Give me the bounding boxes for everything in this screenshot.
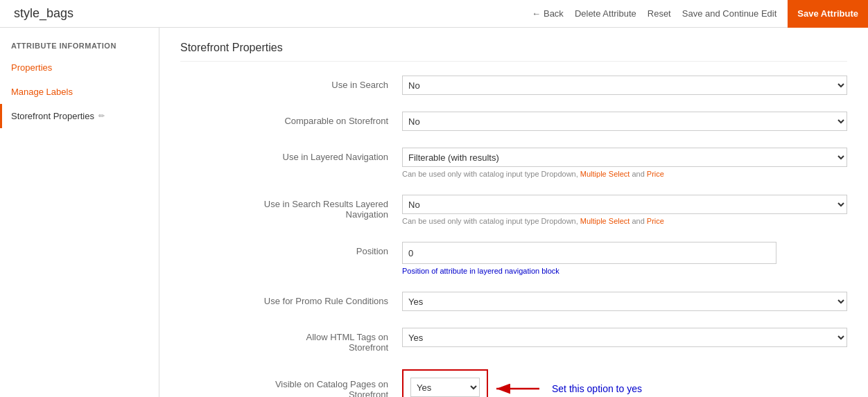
highlighted-select-container: No Yes bbox=[402, 369, 488, 397]
reset-button[interactable]: Reset bbox=[648, 8, 671, 19]
use-in-search-results-layered-navigation-select[interactable]: No Yes bbox=[402, 195, 847, 214]
main-layout: ATTRIBUTE INFORMATION Properties Manage … bbox=[0, 28, 868, 397]
save-continue-edit-button[interactable]: Save and Continue Edit bbox=[682, 8, 777, 19]
multiple-select-link[interactable]: Multiple Select bbox=[580, 170, 630, 178]
comparable-on-storefront-field: No Yes bbox=[402, 112, 847, 131]
use-in-search-label: Use in Search bbox=[180, 76, 402, 90]
visible-on-catalog-pages-label: Visible on Catalog Pages onStorefront bbox=[180, 375, 402, 397]
delete-attribute-button[interactable]: Delete Attribute bbox=[575, 8, 636, 19]
page-header: style_bags ← Back Delete Attribute Reset… bbox=[0, 0, 868, 28]
visible-on-catalog-pages-row: Visible on Catalog Pages onStorefront No… bbox=[180, 369, 847, 397]
use-in-search-results-layered-navigation-label: Use in Search Results LayeredNavigation bbox=[180, 195, 402, 220]
sidebar-item-label: Manage Labels bbox=[11, 87, 73, 97]
comparable-on-storefront-select[interactable]: No Yes bbox=[402, 112, 847, 131]
sidebar-item-storefront-properties[interactable]: Storefront Properties ✏ bbox=[0, 104, 159, 128]
comparable-on-storefront-label: Comparable on Storefront bbox=[180, 112, 402, 126]
sidebar-item-label: Properties bbox=[11, 62, 52, 73]
position-label: Position bbox=[180, 242, 402, 256]
use-in-layered-navigation-field: No Filterable (with results) Filterable … bbox=[402, 148, 847, 178]
use-in-search-results-layered-navigation-hint: Can be used only with catalog input type… bbox=[402, 217, 847, 225]
use-in-search-row: Use in Search No Yes bbox=[180, 76, 847, 100]
pencil-icon: ✏ bbox=[98, 112, 105, 121]
use-in-search-results-layered-navigation-row: Use in Search Results LayeredNavigation … bbox=[180, 195, 847, 231]
use-in-search-select[interactable]: No Yes bbox=[402, 76, 847, 95]
visible-on-catalog-pages-field: No Yes Set this option to yes bbox=[402, 369, 642, 397]
page-title: style_bags bbox=[14, 6, 532, 21]
use-in-search-field: No Yes bbox=[402, 76, 847, 95]
use-in-search-results-layered-navigation-field: No Yes Can be used only with catalog inp… bbox=[402, 195, 847, 225]
use-for-promo-row: Use for Promo Rule Conditions No Yes bbox=[180, 292, 847, 317]
sidebar-item-properties[interactable]: Properties bbox=[0, 55, 159, 80]
sidebar-section-title: ATTRIBUTE INFORMATION bbox=[0, 35, 159, 55]
allow-html-tags-row: Allow HTML Tags onStorefront No Yes bbox=[180, 328, 847, 358]
annotation-text: Set this option to yes bbox=[552, 383, 642, 394]
position-input[interactable] bbox=[402, 242, 776, 264]
position-hint: Position of attribute in layered navigat… bbox=[402, 267, 847, 275]
back-button[interactable]: ← Back bbox=[532, 8, 564, 19]
use-for-promo-label: Use for Promo Rule Conditions bbox=[180, 292, 402, 306]
back-arrow-icon: ← bbox=[532, 8, 541, 19]
allow-html-tags-select[interactable]: No Yes bbox=[402, 328, 847, 347]
price-link-2[interactable]: Price bbox=[647, 217, 664, 225]
allow-html-tags-label: Allow HTML Tags onStorefront bbox=[180, 328, 402, 353]
use-in-layered-navigation-select[interactable]: No Filterable (with results) Filterable … bbox=[402, 148, 847, 167]
comparable-on-storefront-row: Comparable on Storefront No Yes bbox=[180, 112, 847, 136]
visible-on-catalog-pages-select[interactable]: No Yes bbox=[410, 378, 480, 397]
allow-html-tags-field: No Yes bbox=[402, 328, 847, 347]
sidebar: ATTRIBUTE INFORMATION Properties Manage … bbox=[0, 28, 159, 397]
save-attribute-button[interactable]: Save Attribute bbox=[788, 0, 868, 28]
use-for-promo-field: No Yes bbox=[402, 292, 847, 311]
red-arrow-icon bbox=[491, 378, 546, 397]
header-actions: ← Back Delete Attribute Reset Save and C… bbox=[532, 0, 854, 28]
use-in-layered-navigation-label: Use in Layered Navigation bbox=[180, 148, 402, 162]
multiple-select-link-2[interactable]: Multiple Select bbox=[580, 217, 630, 225]
annotation-container: Set this option to yes bbox=[488, 378, 642, 397]
sidebar-item-manage-labels[interactable]: Manage Labels bbox=[0, 80, 159, 104]
position-row: Position Position of attribute in layere… bbox=[180, 242, 847, 281]
use-for-promo-select[interactable]: No Yes bbox=[402, 292, 847, 311]
section-title: Storefront Properties bbox=[180, 42, 847, 62]
price-link-1[interactable]: Price bbox=[647, 170, 664, 178]
sidebar-item-label: Storefront Properties bbox=[11, 111, 94, 121]
position-field: Position of attribute in layered navigat… bbox=[402, 242, 847, 275]
content-area: Storefront Properties Use in Search No Y… bbox=[159, 28, 868, 397]
use-in-layered-navigation-hint: Can be used only with catalog input type… bbox=[402, 170, 847, 178]
use-in-layered-navigation-row: Use in Layered Navigation No Filterable … bbox=[180, 148, 847, 184]
